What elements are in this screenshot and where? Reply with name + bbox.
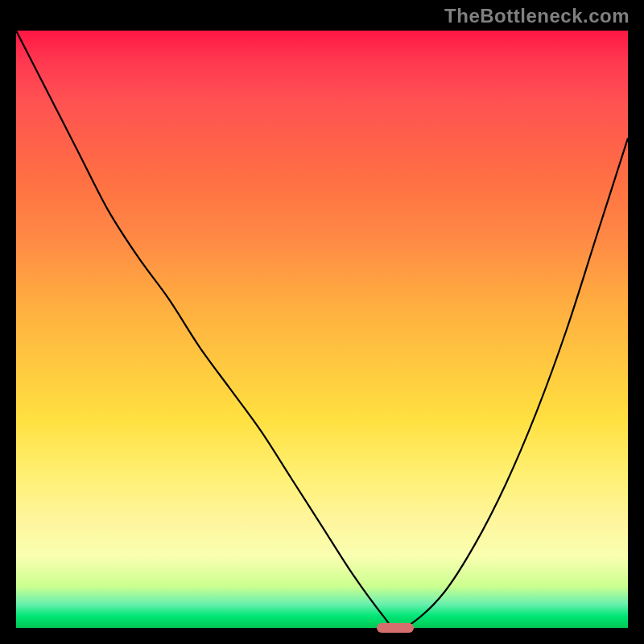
minimum-marker xyxy=(377,623,414,633)
chart-container: TheBottleneck.com xyxy=(0,0,644,644)
bottleneck-curve-path xyxy=(16,31,628,628)
watermark-text: TheBottleneck.com xyxy=(444,5,630,27)
curve-svg xyxy=(16,31,628,628)
